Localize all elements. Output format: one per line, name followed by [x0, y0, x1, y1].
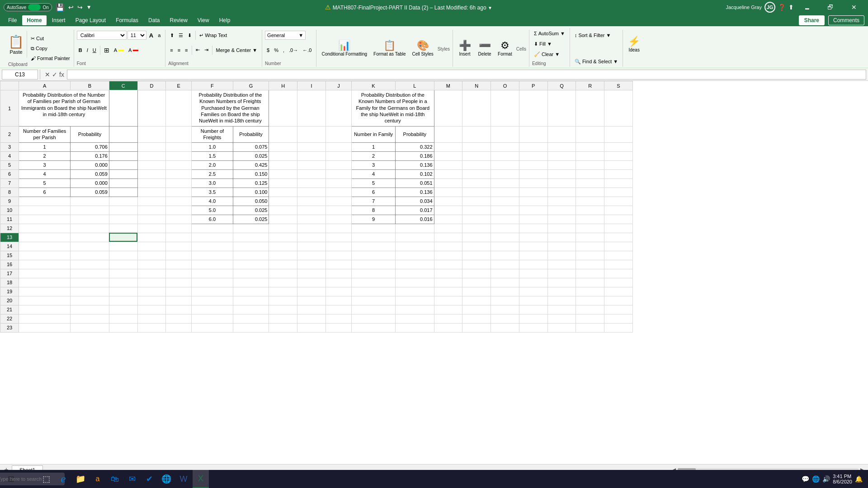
cell-N10[interactable]	[462, 206, 491, 215]
sort-filter-button[interactable]: ↕ Sort & Filter ▼	[573, 31, 613, 40]
col-header-S[interactable]: S	[604, 81, 633, 90]
cell-I13[interactable]	[297, 233, 326, 242]
cell-C10[interactable]	[109, 206, 137, 215]
cell-C3[interactable]	[109, 142, 137, 151]
cell-G8[interactable]: 0.100	[233, 188, 269, 197]
cell-O11[interactable]	[491, 215, 519, 224]
cell-L6[interactable]: 0.102	[396, 169, 434, 178]
cell-C11[interactable]	[109, 215, 137, 224]
cell-B7[interactable]: 0.000	[71, 178, 109, 188]
cell-J12[interactable]	[326, 224, 351, 233]
insert-button[interactable]: ➕ Insert	[456, 35, 474, 62]
cell-J11[interactable]	[326, 215, 351, 224]
cell-N9[interactable]	[462, 197, 491, 206]
cell-D3[interactable]	[137, 142, 166, 151]
row-num-2[interactable]: 2	[0, 127, 19, 143]
cell-D7[interactable]	[137, 178, 166, 188]
col-header-F[interactable]: F	[192, 81, 233, 90]
cell-E13[interactable]	[166, 233, 192, 242]
cell-B12[interactable]	[71, 224, 109, 233]
cell-J3[interactable]	[326, 142, 351, 151]
cell-F13[interactable]	[192, 233, 233, 242]
cell-P2[interactable]	[519, 127, 547, 143]
cell-L3[interactable]: 0.322	[396, 142, 434, 151]
cell-Q10[interactable]	[547, 206, 576, 215]
cell-Q12[interactable]	[547, 224, 576, 233]
cell-J7[interactable]	[326, 178, 351, 188]
cell-N13[interactable]	[462, 233, 491, 242]
cell-M7[interactable]	[434, 178, 462, 188]
cell-M12[interactable]	[434, 224, 462, 233]
menu-home[interactable]: Home	[22, 15, 46, 25]
cell-D2[interactable]	[137, 127, 166, 143]
cell-K11[interactable]: 9	[352, 215, 396, 224]
cell-O2[interactable]	[491, 127, 519, 143]
wrap-text-button[interactable]: ↵ Wrap Text	[198, 31, 229, 40]
cell-Q5[interactable]	[547, 160, 576, 169]
cell-Q9[interactable]	[547, 197, 576, 206]
cell-F11[interactable]: 6.0	[192, 215, 233, 224]
save-icon[interactable]: 💾	[56, 3, 65, 12]
cell-N5[interactable]	[462, 160, 491, 169]
cell-S1[interactable]	[604, 90, 633, 127]
col-header-G[interactable]: G	[233, 81, 269, 90]
dollar-button[interactable]: $	[265, 46, 271, 55]
cell-B10[interactable]	[71, 206, 109, 215]
cell-B8[interactable]: 0.059	[71, 188, 109, 197]
cell-E2[interactable]	[166, 127, 192, 143]
menu-insert[interactable]: Insert	[47, 15, 70, 25]
cell-H9[interactable]	[269, 197, 297, 206]
cell-I7[interactable]	[297, 178, 326, 188]
cell-I11[interactable]	[297, 215, 326, 224]
comma-button[interactable]: ,	[281, 46, 286, 55]
cell-C6[interactable]	[109, 169, 137, 178]
font-shrink-button[interactable]: a	[156, 31, 162, 40]
cell-J4[interactable]	[326, 151, 351, 160]
task-view-button[interactable]: ⬚	[38, 470, 54, 485]
cell-M10[interactable]	[434, 206, 462, 215]
cell-K8[interactable]: 6	[352, 188, 396, 197]
cell-M4[interactable]	[434, 151, 462, 160]
cell-O10[interactable]	[491, 206, 519, 215]
cell-P13[interactable]	[519, 233, 547, 242]
cell-K1[interactable]: Probability Distribution of the Known Nu…	[352, 90, 434, 127]
cell-O4[interactable]	[491, 151, 519, 160]
cell-C7[interactable]	[109, 178, 137, 188]
comments-button[interactable]: Comments	[828, 15, 864, 25]
col-header-R[interactable]: R	[576, 81, 604, 90]
cell-F6[interactable]: 2.5	[192, 169, 233, 178]
cell-N1[interactable]	[462, 90, 491, 127]
cell-H8[interactable]	[269, 188, 297, 197]
cell-H1[interactable]	[269, 90, 297, 127]
cell-L9[interactable]: 0.034	[396, 197, 434, 206]
cell-I5[interactable]	[297, 160, 326, 169]
cell-E10[interactable]	[166, 206, 192, 215]
cell-J5[interactable]	[326, 160, 351, 169]
cell-R11[interactable]	[576, 215, 604, 224]
cell-G10[interactable]: 0.025	[233, 206, 269, 215]
cell-G11[interactable]: 0.025	[233, 215, 269, 224]
format-as-table-button[interactable]: 📋 Format as Table	[371, 35, 408, 62]
cell-H2[interactable]	[269, 127, 297, 143]
cell-S7[interactable]	[604, 178, 633, 188]
cell-R13[interactable]	[576, 233, 604, 242]
cell-M13[interactable]	[434, 233, 462, 242]
cell-C4[interactable]	[109, 151, 137, 160]
cell-O9[interactable]	[491, 197, 519, 206]
cell-G4[interactable]: 0.025	[233, 151, 269, 160]
row-num-6[interactable]: 6	[0, 169, 19, 178]
cell-K4[interactable]: 2	[352, 151, 396, 160]
ribbon-toggle-icon[interactable]: ⬆	[788, 4, 794, 11]
menu-review[interactable]: Review	[165, 15, 192, 25]
font-name-select[interactable]: Calibri	[77, 31, 127, 40]
align-middle-button[interactable]: ☰	[177, 31, 185, 40]
indent-decrease-button[interactable]: ⇤	[194, 46, 202, 55]
cell-H4[interactable]	[269, 151, 297, 160]
redo-icon[interactable]: ↪	[77, 4, 83, 11]
cell-A3[interactable]: 1	[19, 142, 71, 151]
sound-icon[interactable]: 🔊	[822, 475, 830, 483]
cell-G3[interactable]: 0.075	[233, 142, 269, 151]
col-header-O[interactable]: O	[491, 81, 519, 90]
cell-O3[interactable]	[491, 142, 519, 151]
cell-I1[interactable]	[297, 90, 326, 127]
